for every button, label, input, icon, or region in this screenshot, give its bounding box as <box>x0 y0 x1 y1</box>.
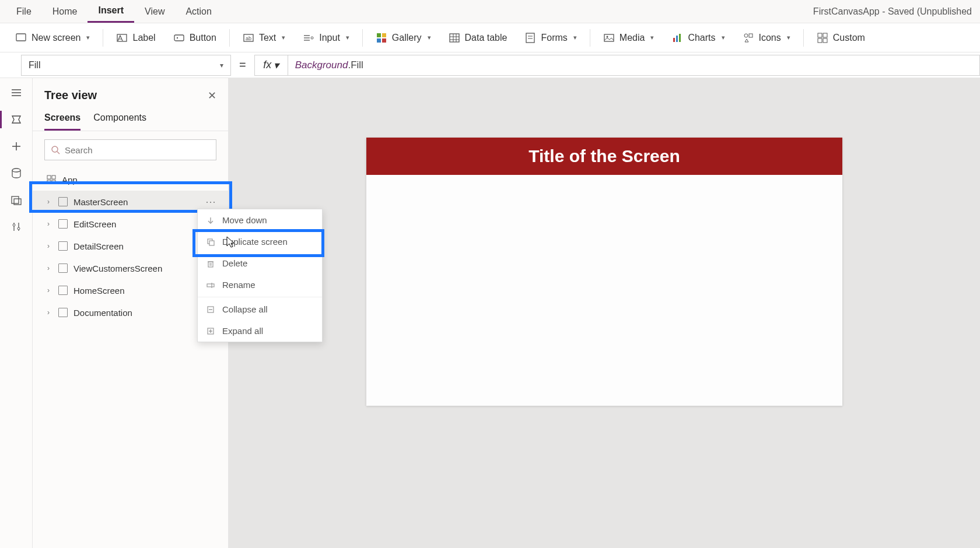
media-rail-icon[interactable] <box>10 194 23 206</box>
chevron-right-icon[interactable]: › <box>44 264 52 272</box>
custom-label: Custom <box>833 33 865 43</box>
menu-file[interactable]: File <box>6 0 42 23</box>
text-icon: ab <box>243 32 254 44</box>
context-item-label: Move down <box>222 215 267 225</box>
chevron-right-icon[interactable]: › <box>44 308 52 317</box>
context-move-down[interactable]: Move down <box>198 209 322 231</box>
forms-button[interactable]: Forms ▾ <box>516 29 584 47</box>
button-label: Button <box>190 33 216 43</box>
tree-item-label: DetailScreen <box>74 241 124 251</box>
svg-rect-49 <box>52 175 55 179</box>
divider <box>103 29 103 47</box>
svg-point-4 <box>176 37 177 38</box>
svg-rect-0 <box>16 34 26 41</box>
charts-button[interactable]: Charts ▾ <box>663 29 733 47</box>
context-collapse-all[interactable]: Collapse all <box>198 298 322 320</box>
tab-screens[interactable]: Screens <box>44 108 80 131</box>
svg-rect-30 <box>818 33 822 37</box>
custom-button[interactable]: Custom <box>808 29 873 47</box>
tree-view-rail-icon[interactable] <box>10 113 23 126</box>
svg-rect-40 <box>12 196 19 203</box>
chevron-right-icon[interactable]: › <box>44 242 52 250</box>
icons-label: Icons <box>759 33 781 43</box>
data-rail-icon[interactable] <box>10 167 23 180</box>
context-item-label: Collapse all <box>222 304 268 314</box>
input-button[interactable]: Input ▾ <box>295 29 358 47</box>
gallery-button[interactable]: Gallery ▾ <box>368 29 439 47</box>
close-icon[interactable]: ✕ <box>208 89 216 102</box>
context-item-label: Delete <box>222 258 247 268</box>
tree-item-label: MasterScreen <box>74 197 128 207</box>
data-table-button[interactable]: Data table <box>440 29 516 47</box>
media-button[interactable]: Media ▾ <box>595 29 663 47</box>
tree-item-app[interactable]: App <box>33 168 228 191</box>
icons-button[interactable]: Icons ▾ <box>734 29 799 47</box>
forms-icon <box>524 32 536 44</box>
context-expand-all[interactable]: Expand all <box>198 320 322 342</box>
canvas-area[interactable]: Title of the Screen <box>229 78 980 548</box>
equals-sign: = <box>231 58 254 72</box>
tree-item-label: Documentation <box>74 308 132 318</box>
context-item-label: Rename <box>222 280 256 290</box>
hamburger-icon[interactable] <box>10 86 23 99</box>
chevron-down-icon: ▾ <box>282 34 285 41</box>
svg-rect-29 <box>749 34 752 37</box>
canvas-frame[interactable]: Title of the Screen <box>366 138 842 406</box>
canvas-title-bar[interactable]: Title of the Screen <box>366 138 842 175</box>
divider <box>590 29 590 47</box>
chevron-right-icon[interactable]: › <box>44 220 52 228</box>
context-rename[interactable]: Rename <box>198 274 322 296</box>
chevron-down-icon: ▾ <box>220 61 223 69</box>
svg-rect-3 <box>174 35 184 41</box>
svg-point-43 <box>13 224 15 226</box>
tree-view-title: Tree view <box>44 89 97 102</box>
insert-rail-icon[interactable] <box>10 140 23 153</box>
svg-rect-54 <box>209 241 214 245</box>
media-icon <box>603 32 615 44</box>
tab-components[interactable]: Components <box>93 108 146 131</box>
fx-button[interactable]: fx ▾ <box>254 55 288 76</box>
input-icon <box>303 32 314 44</box>
chevron-down-icon: ▾ <box>573 34 577 41</box>
context-separator <box>198 297 322 297</box>
button-button[interactable]: Button <box>165 29 225 47</box>
chevron-down-icon: ▾ <box>428 34 431 41</box>
tree-view-header: Tree view ✕ <box>33 78 228 108</box>
svg-rect-32 <box>818 38 822 43</box>
menu-view[interactable]: View <box>134 0 175 23</box>
chevron-down-icon: ▾ <box>722 34 725 41</box>
menu-insert[interactable]: Insert <box>88 0 134 23</box>
gallery-icon <box>376 32 387 44</box>
data-table-label: Data table <box>465 33 508 43</box>
svg-rect-13 <box>377 38 381 43</box>
search-input[interactable] <box>65 145 210 155</box>
new-screen-button[interactable]: New screen ▾ <box>7 29 98 47</box>
formula-input[interactable]: Background.Fill <box>288 55 980 76</box>
divider <box>229 29 230 47</box>
svg-rect-14 <box>382 38 386 43</box>
formula-bar: Fill ▾ = fx ▾ Background.Fill <box>0 52 980 78</box>
chevron-right-icon[interactable]: › <box>44 198 52 206</box>
menu-action[interactable]: Action <box>175 0 222 23</box>
context-menu: Move down Duplicate screen Delete Rename… <box>197 209 323 342</box>
search-box[interactable] <box>44 139 216 160</box>
canvas-title-text: Title of the Screen <box>528 146 680 166</box>
svg-rect-50 <box>47 180 51 184</box>
label-button[interactable]: Label <box>108 29 163 47</box>
svg-rect-55 <box>208 262 213 267</box>
app-icon <box>47 175 56 184</box>
tools-rail-icon[interactable] <box>10 220 23 233</box>
text-button[interactable]: ab Text ▾ <box>235 29 293 47</box>
context-duplicate-screen[interactable]: Duplicate screen <box>198 231 322 252</box>
context-delete[interactable]: Delete <box>198 252 322 274</box>
chevron-right-icon[interactable]: › <box>44 286 52 294</box>
more-options-icon[interactable]: ⋯ <box>205 195 216 208</box>
button-icon <box>173 32 185 44</box>
property-selector[interactable]: Fill ▾ <box>21 55 231 76</box>
media-label: Media <box>620 33 645 43</box>
svg-text:ab: ab <box>246 36 251 41</box>
left-rail <box>0 78 33 548</box>
menu-home[interactable]: Home <box>42 0 88 23</box>
chevron-down-icon: ▾ <box>650 34 654 41</box>
svg-rect-59 <box>207 284 214 287</box>
